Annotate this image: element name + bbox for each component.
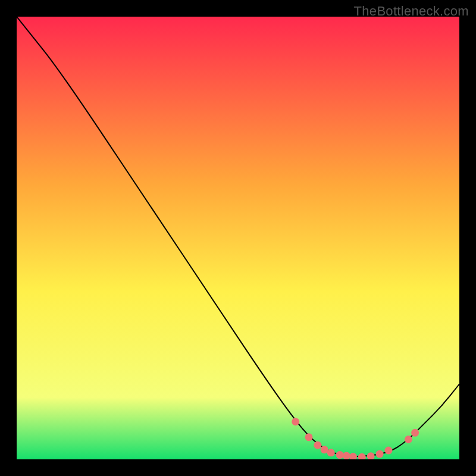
data-marker (405, 436, 412, 443)
data-marker (327, 449, 335, 456)
watermark-text: TheBottleneck.com (354, 4, 469, 19)
data-marker (292, 418, 299, 425)
data-marker (411, 429, 419, 437)
chart-frame: TheBottleneck.com (0, 0, 476, 476)
data-marker (305, 433, 313, 441)
chart-svg (17, 17, 459, 459)
plot-area (17, 17, 459, 459)
data-marker (321, 446, 328, 453)
data-marker (376, 450, 384, 458)
data-marker (314, 441, 321, 449)
data-marker (336, 451, 344, 459)
data-marker (343, 452, 350, 459)
gradient-background (17, 17, 459, 459)
data-marker (384, 447, 392, 455)
